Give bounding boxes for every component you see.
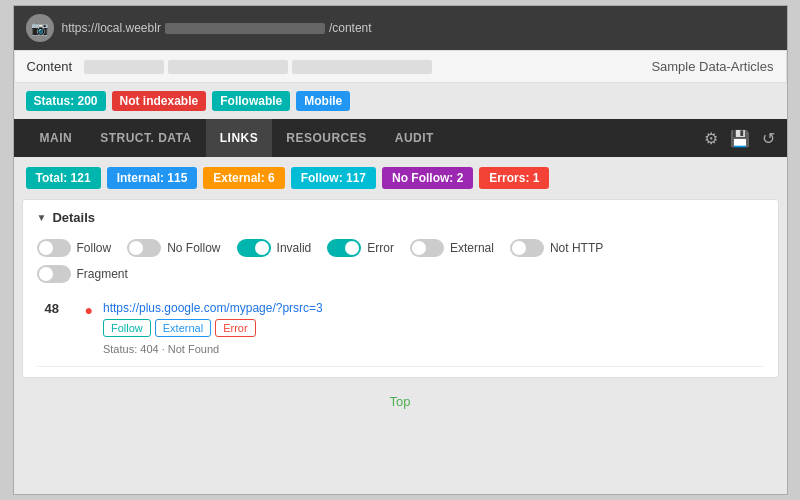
errors-stat[interactable]: Errors: 1 <box>479 167 549 189</box>
status-200-tag: Status: 200 <box>26 91 106 111</box>
error-link-tag: Error <box>215 319 255 337</box>
tab-links[interactable]: LINKS <box>206 119 273 157</box>
toggle-nofollow: No Follow <box>127 239 220 257</box>
external-toggle-switch[interactable] <box>410 239 444 257</box>
toggle-invalid: Invalid <box>237 239 312 257</box>
breadcrumb-items <box>84 60 643 74</box>
table-row: 48 ● https://plus.google.com/mypage/?prs… <box>37 291 764 367</box>
nofollow-stat[interactable]: No Follow: 2 <box>382 167 473 189</box>
error-dot-icon: ● <box>85 302 93 318</box>
breadcrumb-2 <box>168 60 288 74</box>
details-label: Details <box>52 210 95 225</box>
breadcrumb-3 <box>292 60 432 74</box>
content-label: Content <box>27 59 73 74</box>
tab-audit[interactable]: AUDIT <box>381 119 448 157</box>
toggle-follow: Follow <box>37 239 112 257</box>
nothttp-toggle-switch[interactable] <box>510 239 544 257</box>
site-name: Sample Data-Articles <box>651 59 773 74</box>
nav-icons: ⚙ 💾 ↺ <box>704 129 775 148</box>
url-text: https://local.weeblr/content <box>62 21 372 35</box>
url-bar: 📷 https://local.weeblr/content <box>14 6 787 50</box>
fragment-toggle-label: Fragment <box>77 267 128 281</box>
external-link-tag: External <box>155 319 211 337</box>
follow-toggle-knob <box>39 241 53 255</box>
link-status: Status: 404 · Not Found <box>103 343 219 355</box>
invalid-toggle-switch[interactable] <box>237 239 271 257</box>
mobile-tag: Mobile <box>296 91 350 111</box>
fragment-toggle-knob <box>39 267 53 281</box>
link-content: https://plus.google.com/mypage/?prsrc=3 … <box>103 301 756 356</box>
invalid-toggle-knob <box>255 241 269 255</box>
internal-stat[interactable]: Internal: 115 <box>107 167 198 189</box>
external-toggle-knob <box>412 241 426 255</box>
nothttp-toggle-knob <box>512 241 526 255</box>
nofollow-toggle-switch[interactable] <box>127 239 161 257</box>
external-toggle-label: External <box>450 241 494 255</box>
not-indexable-tag: Not indexable <box>112 91 207 111</box>
toggle-row-2: Fragment <box>37 265 764 283</box>
link-number: 48 <box>45 301 75 316</box>
stats-row: Total: 121 Internal: 115 External: 6 Fol… <box>14 157 787 199</box>
toggle-nothttp: Not HTTP <box>510 239 603 257</box>
tab-main[interactable]: MAIN <box>26 119 87 157</box>
toggle-fragment: Fragment <box>37 265 128 283</box>
breadcrumb-1 <box>84 60 164 74</box>
refresh-icon[interactable]: ↺ <box>762 129 775 148</box>
link-url[interactable]: https://plus.google.com/mypage/?prsrc=3 <box>103 301 756 315</box>
link-tags: Follow External Error <box>103 319 756 337</box>
details-section: ▼ Details Follow No Follow <box>22 199 779 378</box>
toggle-row-1: Follow No Follow Invalid <box>37 239 764 257</box>
camera-icon: 📷 <box>31 20 48 36</box>
tab-struct-data[interactable]: STRUCT. DATA <box>86 119 206 157</box>
toggle-error: Error <box>327 239 394 257</box>
followable-tag: Followable <box>212 91 290 111</box>
follow-toggle-switch[interactable] <box>37 239 71 257</box>
follow-stat[interactable]: Follow: 117 <box>291 167 376 189</box>
error-toggle-knob <box>345 241 359 255</box>
details-header: ▼ Details <box>37 210 764 225</box>
tab-resources[interactable]: RESOURCES <box>272 119 381 157</box>
nofollow-toggle-knob <box>129 241 143 255</box>
save-icon[interactable]: 💾 <box>730 129 750 148</box>
content-bar: Content Sample Data-Articles <box>14 50 787 83</box>
follow-link-tag: Follow <box>103 319 151 337</box>
error-toggle-switch[interactable] <box>327 239 361 257</box>
status-tags: Status: 200 Not indexable Followable Mob… <box>14 83 787 119</box>
top-link[interactable]: Top <box>14 386 787 417</box>
details-arrow: ▼ <box>37 212 47 223</box>
settings-icon[interactable]: ⚙ <box>704 129 718 148</box>
follow-toggle-label: Follow <box>77 241 112 255</box>
toggle-external: External <box>410 239 494 257</box>
invalid-toggle-label: Invalid <box>277 241 312 255</box>
fragment-toggle-switch[interactable] <box>37 265 71 283</box>
external-stat[interactable]: External: 6 <box>203 167 284 189</box>
nav-tabs: MAIN STRUCT. DATA LINKS RESOURCES AUDIT … <box>14 119 787 157</box>
nothttp-toggle-label: Not HTTP <box>550 241 603 255</box>
error-toggle-label: Error <box>367 241 394 255</box>
url-icon: 📷 <box>26 14 54 42</box>
nofollow-toggle-label: No Follow <box>167 241 220 255</box>
total-stat[interactable]: Total: 121 <box>26 167 101 189</box>
